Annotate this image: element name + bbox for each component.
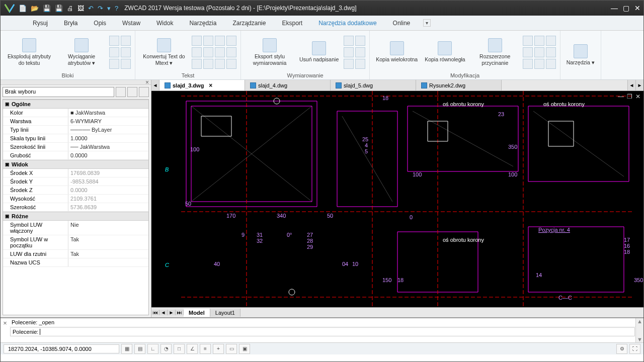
- qat-open-icon[interactable]: 📂: [31, 5, 39, 12]
- qat-saveas-icon[interactable]: 💾: [55, 5, 63, 12]
- ribbon-small-icon[interactable]: [215, 59, 225, 69]
- prop-value[interactable]: 2109.3761: [68, 195, 148, 203]
- menu-bryła[interactable]: Bryła: [61, 18, 80, 29]
- qat-undo-icon[interactable]: ↶: [88, 5, 94, 12]
- prop-value[interactable]: ───── ByLayer: [68, 126, 148, 134]
- grid-button[interactable]: ▤: [134, 344, 145, 354]
- ribbon-btn-wyciąganie-atrybutów-[interactable]: Wyciąganie atrybutów ▾: [57, 37, 106, 67]
- menu-narzędzia-dodatkowe[interactable]: Narzędzia dodatkowe: [315, 18, 379, 29]
- ribbon-small-icon[interactable]: [203, 59, 213, 69]
- prop-section-ogólne[interactable]: ▣ Ogólne: [3, 100, 148, 109]
- ribbon-small-icon[interactable]: [523, 47, 533, 57]
- ribbon-small-icon[interactable]: [203, 47, 213, 57]
- qat-preview-icon[interactable]: 🖼: [77, 5, 84, 12]
- prop-value[interactable]: Tak: [68, 235, 148, 249]
- prop-row[interactable]: Nazwa UCS: [3, 258, 148, 267]
- prop-section-widok[interactable]: ▣ Widok: [3, 160, 148, 169]
- prop-value[interactable]: 6-WYMIARY: [68, 117, 148, 125]
- ribbon-small-icon[interactable]: [109, 47, 119, 57]
- prop-value[interactable]: Nie: [68, 221, 148, 235]
- viewport-minimize-icon[interactable]: —: [618, 93, 624, 100]
- prop-value[interactable]: ── JakWarstwa: [68, 143, 148, 151]
- doc-tab-close-icon[interactable]: ×: [209, 82, 212, 89]
- ribbon-small-icon[interactable]: [192, 36, 202, 46]
- menu-overflow-icon[interactable]: ▾: [423, 19, 431, 27]
- ribbon-btn-kopia-wielokrotna[interactable]: Kopia wielokrotna: [374, 40, 420, 64]
- layout-last-icon[interactable]: ⏭: [176, 310, 184, 315]
- command-scrollbar[interactable]: ▲▼: [635, 318, 643, 342]
- otrack-button[interactable]: ∠: [187, 344, 198, 354]
- layout-next-icon[interactable]: ►: [168, 310, 176, 315]
- ribbon-small-icon[interactable]: [534, 36, 544, 46]
- viewport-close-icon[interactable]: ✕: [635, 93, 640, 100]
- ribbon-btn-konwertuj-text-do-mtext-[interactable]: Konwertuj Text do Mtext ▾: [139, 37, 189, 67]
- ribbon-small-icon[interactable]: [523, 59, 533, 69]
- ribbon-btn-usuń-nadpisanie[interactable]: Usuń nadpisanie: [297, 40, 341, 64]
- prop-row[interactable]: Skala typu linii1.0000: [3, 134, 148, 143]
- viewport-restore-icon[interactable]: ❐: [627, 93, 632, 100]
- ribbon-btn-kopia-równoległa[interactable]: Kopia równoległa: [423, 40, 467, 64]
- prop-row[interactable]: Środek X17698.0839: [3, 169, 148, 177]
- menu-opis[interactable]: Opis: [91, 18, 109, 29]
- menu-online[interactable]: Online: [390, 18, 414, 29]
- prop-section-różne[interactable]: ▣ Różne: [3, 212, 148, 221]
- selection-dropdown[interactable]: Brak wyboru: [3, 87, 114, 97]
- ribbon-small-icon[interactable]: [226, 59, 236, 69]
- ribbon-small-icon[interactable]: [121, 47, 131, 57]
- prop-row[interactable]: Symbol LUW włączonyNie: [3, 221, 148, 235]
- ribbon-small-icon[interactable]: [215, 36, 225, 46]
- ribbon-small-icon[interactable]: [355, 59, 365, 69]
- ribbon-small-icon[interactable]: [121, 36, 131, 46]
- ribbon-small-icon[interactable]: [226, 47, 236, 57]
- ribbon-small-icon[interactable]: [355, 47, 365, 57]
- ribbon-small-icon[interactable]: [121, 59, 131, 69]
- prop-row[interactable]: Szerokość linii── JakWarstwa: [3, 143, 148, 151]
- prop-value[interactable]: Tak: [68, 250, 148, 258]
- ribbon-small-icon[interactable]: [109, 59, 119, 69]
- qat-redo-icon[interactable]: ↷: [98, 5, 103, 12]
- qat-dropdown-icon[interactable]: ▾: [107, 5, 111, 12]
- menu-rysuj[interactable]: Rysuj: [30, 18, 51, 29]
- ribbon-small-icon[interactable]: [534, 59, 544, 69]
- prop-row[interactable]: Kolor■ JakWarstwa: [3, 109, 148, 117]
- menu-widok[interactable]: Widok: [153, 18, 176, 29]
- command-input[interactable]: Polecenie:: [10, 327, 635, 336]
- prop-value[interactable]: [68, 258, 148, 266]
- qat-help-icon[interactable]: ?: [115, 5, 118, 12]
- ribbon-small-icon[interactable]: [344, 47, 354, 57]
- ribbon-small-icon[interactable]: [215, 47, 225, 57]
- prop-row[interactable]: Szerokość5736.8639: [3, 203, 148, 212]
- qat-print-icon[interactable]: 🖨: [67, 5, 73, 12]
- prop-row[interactable]: Symbol LUW w początkuTak: [3, 235, 148, 250]
- polar-button[interactable]: ◔: [160, 344, 172, 354]
- ribbon-small-icon[interactable]: [203, 36, 213, 46]
- ribbon-small-icon[interactable]: [534, 47, 544, 57]
- menu-zarządzanie[interactable]: Zarządzanie: [229, 18, 269, 29]
- prop-row[interactable]: Warstwa6-WYMIARY: [3, 117, 148, 126]
- prop-row[interactable]: Grubość0.0000: [3, 151, 148, 160]
- tabs-scroll-left-icon[interactable]: ◄: [627, 80, 635, 90]
- settings-icon[interactable]: ⚙: [616, 344, 627, 354]
- command-close-icon[interactable]: ×: [1, 318, 10, 342]
- layout-tab-layout1[interactable]: Layout1: [210, 309, 240, 317]
- prop-row[interactable]: Środek Y-9853.5884: [3, 177, 148, 186]
- ribbon-btn-rozszerzone-przycinanie[interactable]: Rozszerzone przycinanie: [470, 37, 520, 67]
- prop-value[interactable]: 5736.8639: [68, 203, 148, 211]
- prop-tool-2[interactable]: [127, 87, 137, 97]
- prop-value[interactable]: ■ JakWarstwa: [68, 109, 148, 117]
- dyn-button[interactable]: +: [213, 344, 224, 354]
- minimize-button[interactable]: —: [611, 4, 618, 12]
- prop-value[interactable]: 1.0000: [68, 134, 148, 142]
- prop-row[interactable]: Wysokość2109.3761: [3, 195, 148, 203]
- drawing-canvas[interactable]: — ❐ ✕: [151, 91, 643, 307]
- properties-close-icon[interactable]: ×: [145, 79, 149, 86]
- ribbon-small-icon[interactable]: [546, 36, 556, 46]
- prop-tool-1[interactable]: [116, 87, 126, 97]
- tabs-scroll-right-icon[interactable]: ►: [635, 80, 643, 90]
- layout-first-icon[interactable]: ⏮: [151, 310, 159, 315]
- layout-tab-model[interactable]: Model: [184, 309, 210, 317]
- doc-tab-slajd_3-dwg[interactable]: slajd_3.dwg×: [159, 80, 245, 90]
- prop-tool-3[interactable]: [139, 87, 149, 97]
- ribbon-small-icon[interactable]: [523, 36, 533, 46]
- coordinates-display[interactable]: 18270.2024, -10385.9074, 0.0000: [4, 344, 119, 353]
